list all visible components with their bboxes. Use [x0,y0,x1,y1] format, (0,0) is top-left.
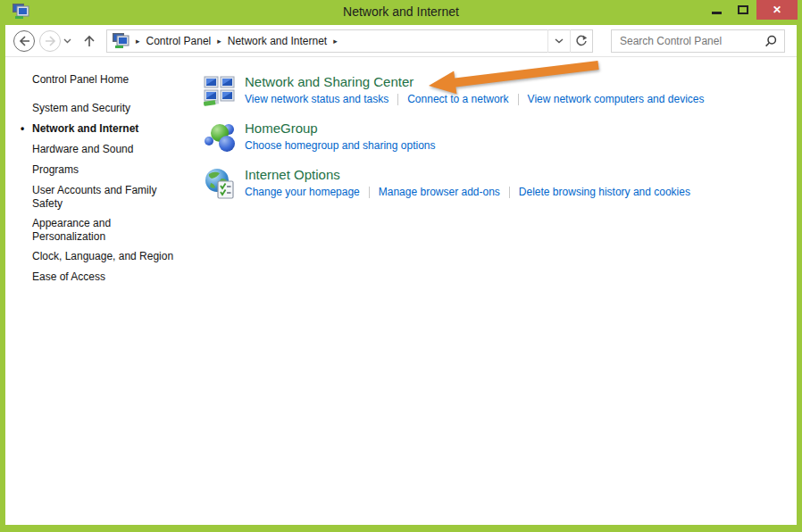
control-panel-icon [112,33,129,49]
close-button[interactable]: ✕ [756,0,798,20]
sidebar-item-clock-language-region[interactable]: Clock, Language, and Region [32,250,184,263]
sidebar-item-user-accounts[interactable]: User Accounts and Family Safety [32,184,184,211]
homegroup-icon[interactable] [204,121,236,154]
section-title-internet-options[interactable]: Internet Options [245,166,690,183]
link-manage-browser-addons[interactable]: Manage browser add-ons [379,186,500,199]
category-list: Network and Sharing Center View network … [204,73,705,212]
section-homegroup: HomeGroup Choose homegroup and sharing o… [204,120,705,154]
up-button[interactable] [80,34,98,48]
link-separator [397,94,398,105]
refresh-button[interactable] [570,29,592,53]
link-choose-homegroup-options[interactable]: Choose homegroup and sharing options [245,139,435,153]
breadcrumb-separator-icon: ▸ [211,37,228,46]
toolbar: ▸ Control Panel ▸ Network and Internet ▸ [5,25,797,57]
maximize-button[interactable] [730,0,756,20]
search-box [611,29,785,53]
chevron-down-icon [63,38,71,44]
sidebar-item-network-and-internet[interactable]: Network and Internet [32,122,184,136]
breadcrumb-separator-icon: ▸ [327,37,344,46]
internet-options-icon[interactable] [204,168,236,200]
titlebar: Network and Internet ✕ [0,0,802,25]
breadcrumb-separator-icon: ▸ [129,37,146,46]
link-separator [509,187,510,198]
sidebar-item-programs[interactable]: Programs [32,163,184,177]
forward-arrow-icon [44,35,57,47]
network-sharing-center-icon[interactable] [204,75,236,107]
back-arrow-icon [18,35,31,47]
sidebar: Control Panel Home System and Security N… [32,73,184,291]
content-area: Control Panel Home System and Security N… [5,57,797,525]
address-bar[interactable]: ▸ Control Panel ▸ Network and Internet ▸ [106,29,593,53]
link-delete-browsing-history[interactable]: Delete browsing history and cookies [519,186,690,199]
minimize-icon [712,12,722,14]
sidebar-item-ease-of-access[interactable]: Ease of Access [32,270,184,284]
chevron-down-icon [555,38,564,44]
section-title-network-sharing-center[interactable]: Network and Sharing Center [245,73,705,90]
up-arrow-icon [82,34,96,48]
search-icon[interactable] [764,35,777,47]
link-separator [518,94,519,105]
sidebar-item-appearance[interactable]: Appearance and Personalization [32,217,184,244]
sidebar-item-hardware-and-sound[interactable]: Hardware and Sound [32,143,184,156]
maximize-icon [738,5,748,14]
control-panel-window: Network and Internet ✕ [0,0,802,532]
refresh-icon [575,35,588,47]
sidebar-item-system-and-security[interactable]: System and Security [32,102,184,115]
link-separator [369,187,370,198]
recent-pages-dropdown[interactable] [63,38,71,44]
sidebar-item-control-panel-home[interactable]: Control Panel Home [32,73,184,87]
section-title-homegroup[interactable]: HomeGroup [245,120,435,137]
search-input[interactable] [612,35,764,47]
link-connect-to-network[interactable]: Connect to a network [407,93,508,106]
minimize-button[interactable] [703,0,730,20]
window-title: Network and Internet [0,4,802,19]
close-icon: ✕ [773,4,781,16]
link-view-network-status[interactable]: View network status and tasks [245,93,388,106]
section-network-sharing-center: Network and Sharing Center View network … [204,73,705,107]
breadcrumb-control-panel[interactable]: Control Panel [146,35,212,47]
section-internet-options: Internet Options Change your homepage Ma… [204,166,705,200]
link-change-homepage[interactable]: Change your homepage [245,186,360,199]
address-dropdown-button[interactable] [547,29,570,53]
back-button[interactable] [13,30,35,52]
breadcrumb-network-and-internet[interactable]: Network and Internet [228,35,327,47]
forward-button[interactable] [39,30,61,52]
link-view-network-computers[interactable]: View network computers and devices [528,93,705,106]
